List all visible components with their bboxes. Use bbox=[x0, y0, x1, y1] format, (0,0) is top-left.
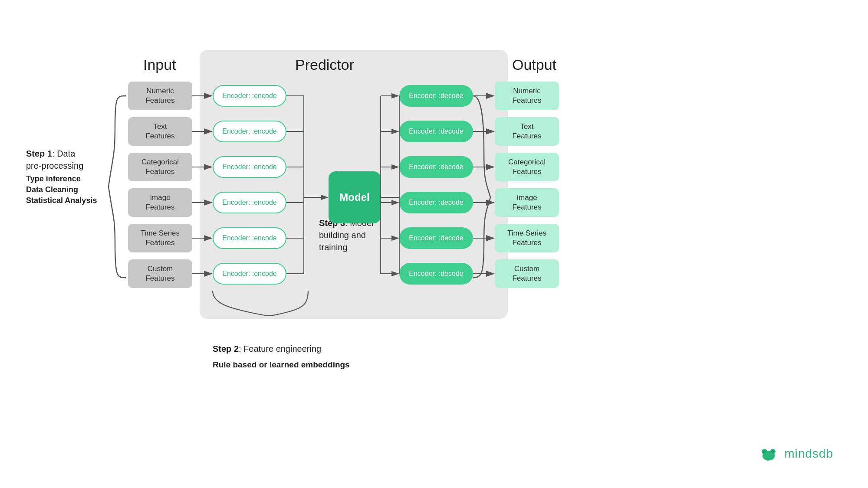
decoder-categorical: Encoder: :decode bbox=[399, 156, 473, 178]
output-image: ImageFeatures bbox=[495, 188, 559, 217]
encoder-categorical: Encoder: :encode bbox=[213, 156, 286, 178]
decoder-custom: Encoder: :decode bbox=[399, 263, 473, 285]
encoder-timeseries: Encoder: :encode bbox=[213, 227, 286, 249]
step2-sublabel: Rule based or learned embeddings bbox=[213, 360, 350, 370]
svg-point-35 bbox=[765, 452, 772, 458]
encoder-text: Encoder: :encode bbox=[213, 121, 286, 142]
model-box: Model bbox=[329, 171, 381, 223]
input-image: ImageFeatures bbox=[128, 188, 192, 217]
output-custom: CustomFeatures bbox=[495, 259, 559, 288]
encoder-custom: Encoder: :encode bbox=[213, 263, 286, 285]
encoder-image: Encoder: :encode bbox=[213, 192, 286, 213]
output-numeric: NumericFeatures bbox=[495, 82, 559, 110]
step2-label: Step 2: Feature engineering bbox=[213, 343, 321, 355]
decoder-timeseries: Encoder: :decode bbox=[399, 227, 473, 249]
output-timeseries: Time SeriesFeatures bbox=[495, 224, 559, 252]
input-timeseries: Time SeriesFeatures bbox=[128, 224, 192, 252]
step1-label: Step 1: Datapre-processingType inference… bbox=[26, 147, 97, 206]
input-text: TextFeatures bbox=[128, 117, 192, 146]
logo-area: mindsdb bbox=[758, 445, 833, 462]
svg-point-37 bbox=[771, 450, 774, 453]
decoder-text: Encoder: :decode bbox=[399, 121, 473, 142]
input-title: Input bbox=[143, 56, 176, 73]
predictor-title: Predictor bbox=[295, 56, 354, 73]
logo-text: mindsdb bbox=[784, 447, 833, 461]
decoder-numeric: Encoder: :decode bbox=[399, 85, 473, 107]
input-categorical: CategoricalFeatures bbox=[128, 153, 192, 181]
diagram-container: Input Predictor Output Step 1: Datapre-p… bbox=[0, 0, 868, 488]
output-text: TextFeatures bbox=[495, 117, 559, 146]
encoder-numeric: Encoder: :encode bbox=[213, 85, 286, 107]
output-title: Output bbox=[512, 56, 556, 73]
output-categorical: CategoricalFeatures bbox=[495, 153, 559, 181]
input-custom: CustomFeatures bbox=[128, 259, 192, 288]
svg-point-36 bbox=[763, 450, 766, 453]
input-numeric: NumericFeatures bbox=[128, 82, 192, 110]
logo-bear-icon bbox=[758, 445, 779, 462]
decoder-image: Encoder: :decode bbox=[399, 192, 473, 213]
